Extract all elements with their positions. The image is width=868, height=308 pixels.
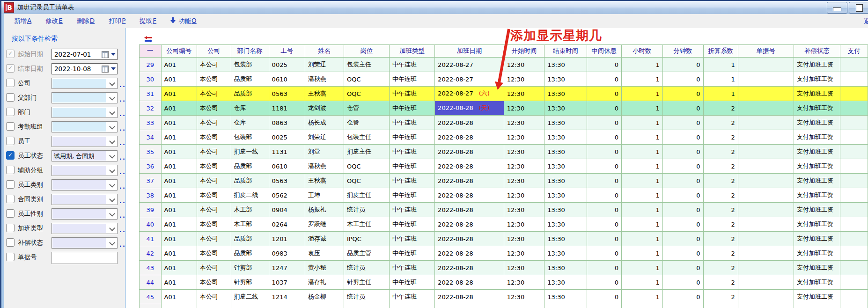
cell-company_no[interactable]: A01: [161, 275, 197, 290]
cell-hours[interactable]: 1: [621, 232, 662, 246]
cell-factor[interactable]: 2: [703, 130, 738, 145]
cell-factor[interactable]: 2: [703, 246, 738, 261]
cell-comp[interactable]: 支付加班工资: [794, 246, 840, 261]
cell-emp_no[interactable]: 0863: [269, 116, 305, 130]
cell-company_no[interactable]: A01: [161, 159, 197, 174]
cell-comp[interactable]: 支付加班工资: [794, 72, 840, 87]
cell-company[interactable]: 本公司: [197, 116, 231, 130]
cell-start[interactable]: 12:30: [504, 261, 544, 275]
chevron-down-icon[interactable]: [109, 138, 115, 144]
cell-emp_no[interactable]: 1201: [269, 232, 305, 246]
cell-dept[interactable]: [231, 304, 269, 308]
cell-date[interactable]: 2022-08-28: [435, 188, 504, 203]
filter-dropdown[interactable]: [51, 179, 118, 191]
cell-comp[interactable]: 支付加班工资: [794, 290, 840, 304]
cell-doc[interactable]: [738, 217, 794, 232]
cell-date[interactable]: 2022-08-27(六): [435, 87, 504, 101]
filter-checkbox[interactable]: [6, 108, 15, 116]
cell-name[interactable]: [305, 304, 344, 308]
panel-divider[interactable]: [125, 28, 126, 308]
cell-ot_type[interactable]: 中午连班: [390, 203, 435, 217]
cell-post[interactable]: OQC: [344, 87, 389, 101]
browse-button[interactable]: ..: [119, 125, 126, 132]
cell-factor[interactable]: 2: [703, 232, 738, 246]
cell-pay[interactable]: [840, 290, 868, 304]
cell-minutes[interactable]: 0: [662, 275, 703, 290]
cell-pay[interactable]: [840, 116, 868, 130]
cell-ot_type[interactable]: 中午连班: [390, 174, 435, 188]
cell-emp_no[interactable]: 0563: [269, 87, 305, 101]
cell-hours[interactable]: 1: [621, 217, 662, 232]
cell-emp_no[interactable]: 0904: [269, 203, 305, 217]
cell-name[interactable]: 潘秋燕: [305, 159, 344, 174]
cell-post[interactable]: 针剪主任: [344, 275, 389, 290]
cell-emp_no[interactable]: [269, 304, 305, 308]
filter-checkbox[interactable]: [6, 122, 15, 131]
cell-post[interactable]: 扪皮主任: [344, 188, 389, 203]
cell-break[interactable]: 0: [587, 290, 621, 304]
column-header-name[interactable]: 姓名: [305, 45, 344, 58]
cell-factor[interactable]: 1: [703, 87, 738, 101]
cell-company[interactable]: 本公司: [197, 87, 231, 101]
cell-num[interactable]: 35: [140, 145, 162, 159]
cell-break[interactable]: 0: [587, 174, 621, 188]
cell-doc[interactable]: [738, 87, 794, 101]
cell-start[interactable]: 12:30: [504, 130, 544, 145]
column-header-dept[interactable]: 部门名称: [231, 45, 269, 58]
column-header-company[interactable]: 公司: [197, 45, 231, 58]
column-header-num[interactable]: 一: [140, 45, 162, 58]
cell-emp_no[interactable]: 0610: [269, 159, 305, 174]
cell-company[interactable]: 本公司: [197, 232, 231, 246]
cell-comp[interactable]: 支付加班工资: [794, 261, 840, 275]
cell-company[interactable]: 本公司: [197, 275, 231, 290]
chevron-down-icon[interactable]: [109, 167, 115, 173]
cell-post[interactable]: 木工主任: [344, 217, 389, 232]
cell-dept[interactable]: 针剪部: [231, 275, 269, 290]
browse-button[interactable]: ..: [119, 183, 126, 190]
column-header-company_no[interactable]: 公司编号: [161, 45, 197, 58]
extract-button[interactable]: 提取F: [140, 17, 156, 25]
cell-start[interactable]: 12:30: [504, 275, 544, 290]
cell-company_no[interactable]: A01: [161, 217, 197, 232]
cell-num[interactable]: 30: [140, 72, 162, 87]
cell-ot_type[interactable]: 中午连班: [390, 101, 435, 116]
cell-break[interactable]: [587, 304, 621, 308]
dropdown-arrow-icon[interactable]: [111, 53, 116, 56]
cell-num[interactable]: 34: [140, 130, 162, 145]
cell-ot_type[interactable]: 中午连班: [390, 116, 435, 130]
cell-minutes[interactable]: 0: [662, 188, 703, 203]
cell-name[interactable]: 杨振礼: [305, 203, 344, 217]
cell-doc[interactable]: [738, 232, 794, 246]
cell-hours[interactable]: 1: [621, 130, 662, 145]
column-header-date[interactable]: 加班日期: [435, 45, 504, 58]
cell-minutes[interactable]: 0: [662, 290, 703, 304]
cell-pay[interactable]: [840, 72, 868, 87]
cell-doc[interactable]: [738, 159, 794, 174]
cell-comp[interactable]: 支付加班工资: [794, 87, 840, 101]
cell-post[interactable]: 仓管: [344, 116, 389, 130]
cell-start[interactable]: 12:30: [504, 72, 544, 87]
calendar-icon[interactable]: [102, 66, 109, 73]
cell-factor[interactable]: 2: [703, 203, 738, 217]
filter-checkbox[interactable]: ✓: [6, 64, 15, 73]
cell-name[interactable]: 王秋燕: [305, 174, 344, 188]
cell-company_no[interactable]: A01: [161, 290, 197, 304]
cell-comp[interactable]: 支付加班工资: [794, 159, 840, 174]
cell-comp[interactable]: 支付加班工资: [794, 188, 840, 203]
cell-hours[interactable]: 1: [621, 203, 662, 217]
cell-num[interactable]: 33: [140, 116, 162, 130]
cell-hours[interactable]: 1: [621, 58, 662, 72]
cell-hours[interactable]: 1: [621, 174, 662, 188]
cell-hours[interactable]: 1: [621, 72, 662, 87]
cell-factor[interactable]: 2: [703, 275, 738, 290]
cell-pay[interactable]: [840, 58, 868, 72]
filter-checkbox[interactable]: [6, 238, 15, 247]
cell-company_no[interactable]: A01: [161, 130, 197, 145]
cell-post[interactable]: 统计员: [344, 290, 389, 304]
cell-date[interactable]: 2022-08-28: [435, 130, 504, 145]
cell-end[interactable]: 13:30: [544, 174, 587, 188]
cell-doc[interactable]: [738, 275, 794, 290]
maximize-button[interactable]: [849, 2, 868, 14]
cell-factor[interactable]: 2: [703, 217, 738, 232]
filter-dropdown[interactable]: [51, 237, 118, 249]
